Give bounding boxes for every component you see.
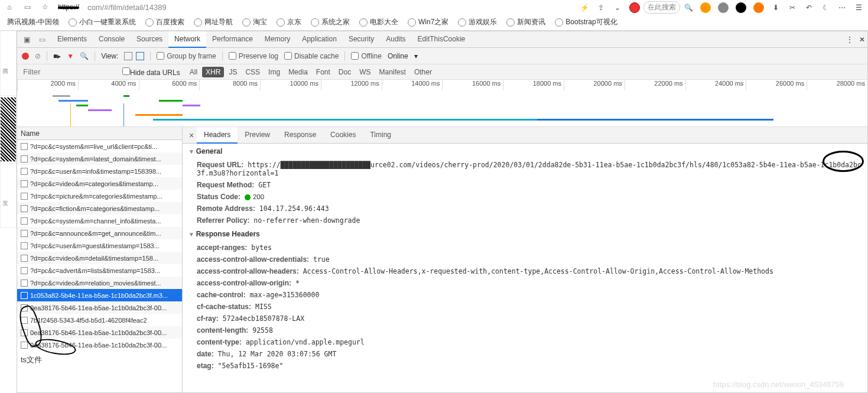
bookmark-item[interactable]: Bootstrap可视化 [551, 17, 620, 27]
request-row[interactable]: ?d=pc&c=picture&m=categories&timestamp..… [17, 190, 182, 202]
moon-icon[interactable]: ☾ [821, 3, 830, 12]
request-row[interactable]: 0ea38176-5b46-11ea-b5ae-1c1b0da2bc3f-00.… [17, 326, 182, 339]
preserve-log-checkbox[interactable]: Preserve log [229, 52, 278, 60]
record-button[interactable] [22, 53, 29, 60]
bookmark-item[interactable]: 腾讯视频-中国领 [4, 17, 63, 27]
capture-icon[interactable]: ■▸ [53, 52, 61, 60]
filter-type-css[interactable]: CSS [242, 67, 264, 77]
ext-icon-1[interactable] [700, 2, 711, 13]
devtools-tab-memory[interactable]: Memory [259, 31, 296, 48]
star-icon[interactable]: ☆ [40, 2, 50, 12]
detail-tab-headers[interactable]: Headers [197, 127, 238, 144]
response-headers-section[interactable]: Response Headers [183, 226, 867, 242]
devtools-tab-performance[interactable]: Performance [206, 31, 259, 48]
inspect-icon[interactable]: ▣ [21, 34, 32, 46]
request-row[interactable]: ?d=pc&c=video&m=categories&timestamp... [17, 177, 182, 190]
search-icon[interactable]: 🔍 [684, 3, 693, 12]
devtools-tab-sources[interactable]: Sources [131, 31, 168, 48]
left-sliver-1[interactable]: 腾 [0, 31, 17, 96]
throttle-chevron-icon[interactable]: ▾ [414, 52, 418, 60]
request-row[interactable]: ?d=pc&c=video&m=detail&timestamp=158... [17, 252, 182, 264]
request-row[interactable]: ?d=pc&c=user&m=info&timestamp=158398... [17, 165, 182, 177]
throttle-select[interactable]: Online [388, 52, 408, 60]
request-row[interactable]: ?d=pc&c=advert&m=lists&timestamp=1583... [17, 264, 182, 277]
view-list-icon[interactable] [124, 52, 132, 60]
request-row[interactable]: 0ea38176-5b46-11ea-b5ae-1c1b0da2bc3f-00.… [17, 301, 182, 314]
offline-checkbox[interactable]: Offline [351, 52, 381, 60]
request-row[interactable]: 7b1f2458-5343-4f5d-b5d1-46208f4feac2 [17, 314, 182, 326]
bookmark-item[interactable]: 新闻资讯 [503, 17, 549, 27]
bookmark-item[interactable]: 小白一键重装系统 [65, 17, 139, 27]
network-timeline[interactable]: 2000 ms4000 ms6000 ms8000 ms10000 ms1200… [17, 80, 867, 127]
bookmark-item[interactable]: 网址导航 [190, 17, 236, 27]
detail-tab-timing[interactable]: Timing [363, 127, 398, 144]
book-icon[interactable]: ▭ [22, 2, 32, 12]
search-toggle-icon[interactable]: 🔍 [80, 52, 89, 60]
filter-type-js[interactable]: JS [225, 67, 240, 77]
detail-tab-cookies[interactable]: Cookies [323, 127, 363, 144]
request-row[interactable]: ?d=pc&c=system&m=live_url&client=pc&ti..… [17, 140, 182, 152]
device-icon[interactable]: ▭ [36, 34, 48, 46]
devtools-tab-console[interactable]: Console [93, 31, 131, 48]
filter-type-doc[interactable]: Doc [335, 67, 355, 77]
gear-icon[interactable] [718, 2, 729, 13]
view-waterfall-icon[interactable] [136, 52, 144, 60]
group-by-frame-checkbox[interactable]: Group by frame [157, 52, 216, 60]
more-icon[interactable]: ⋯ [837, 3, 847, 12]
request-row[interactable]: ?d=pc&c=announce&m=get_announce&tim... [17, 227, 182, 239]
menu-icon[interactable]: ☰ [854, 3, 863, 12]
filter-type-ws[interactable]: WS [356, 67, 374, 77]
devtools-more-icon[interactable]: ⋮ [846, 35, 853, 44]
devtools-tab-elements[interactable]: Elements [51, 31, 93, 48]
left-sliver-2[interactable]: 发 [0, 163, 17, 228]
filter-type-xhr[interactable]: XHR [202, 67, 224, 77]
hide-data-urls-checkbox[interactable]: Hide data URLs [122, 67, 180, 77]
request-row[interactable]: ?d=pc&c=user&m=guest&timestamp=1583... [17, 239, 182, 252]
request-row[interactable]: ?d=pc&c=system&m=latest_domain&timest... [17, 152, 182, 165]
chevron-down-icon[interactable]: ⌄ [613, 3, 622, 12]
request-row[interactable]: ?d=pc&c=fiction&m=categories&timestamp..… [17, 202, 182, 215]
filter-type-manifest[interactable]: Manifest [376, 67, 409, 77]
share-icon[interactable]: ⇪ [596, 3, 606, 12]
filter-type-font[interactable]: Font [313, 67, 334, 77]
general-section[interactable]: General [183, 144, 867, 159]
search-input[interactable]: 在此搜索 [643, 1, 680, 14]
request-row[interactable]: 0ea38176-5b46-11ea-b5ae-1c1b0da2bc3f-00.… [17, 339, 182, 351]
filter-toggle-icon[interactable]: ▼ [67, 52, 74, 60]
qr-code[interactable] [0, 97, 17, 162]
download-icon[interactable]: ⬇ [771, 3, 781, 12]
request-row[interactable]: 1c053a82-5b4e-11ea-b5ae-1c1b0da2bc3f.m3.… [17, 289, 182, 301]
devtools-tab-editthiscookie[interactable]: EditThisCookie [412, 31, 472, 48]
devtools-tab-network[interactable]: Network [168, 31, 206, 48]
request-row[interactable]: ?d=pc&c=video&m=relation_movies&timest..… [17, 277, 182, 289]
filter-type-other[interactable]: Other [411, 67, 435, 77]
clear-button[interactable]: ⊘ [35, 52, 41, 60]
disable-cache-checkbox[interactable]: Disable cache [284, 52, 339, 60]
url-text[interactable]: com/#/film/detail/14389 [87, 3, 167, 12]
filter-type-media[interactable]: Media [285, 67, 311, 77]
bookmark-item[interactable]: 游戏娱乐 [454, 17, 500, 27]
sogou-icon[interactable] [629, 2, 640, 13]
devtools-close-icon[interactable]: ✕ [859, 35, 865, 44]
bookmark-item[interactable]: 百度搜索 [142, 17, 188, 27]
bookmark-item[interactable]: Win7之家 [404, 17, 452, 27]
filter-type-img[interactable]: Img [265, 67, 284, 77]
devtools-tab-audits[interactable]: Audits [380, 31, 411, 48]
home-icon[interactable]: ⌂ [5, 2, 14, 12]
bolt-icon[interactable]: ⚡ [580, 3, 589, 12]
filter-type-all[interactable]: All [186, 67, 201, 77]
detail-tab-response[interactable]: Response [277, 127, 323, 144]
detail-tab-preview[interactable]: Preview [238, 127, 277, 144]
devtools-tab-application[interactable]: Application [296, 31, 343, 48]
close-details-icon[interactable]: × [186, 131, 197, 140]
undo-icon[interactable]: ↶ [804, 3, 814, 12]
filter-input[interactable] [22, 66, 116, 77]
bookmark-item[interactable]: 京东 [273, 17, 305, 27]
ext-icon-3[interactable] [753, 2, 764, 13]
devtools-tab-security[interactable]: Security [343, 31, 380, 48]
ext-icon-2[interactable] [736, 2, 746, 13]
bookmark-item[interactable]: 电影大全 [356, 17, 402, 27]
request-list-header[interactable]: Name [17, 127, 182, 140]
bookmark-item[interactable]: 系统之家 [307, 17, 353, 27]
bookmark-item[interactable]: 淘宝 [239, 17, 271, 27]
